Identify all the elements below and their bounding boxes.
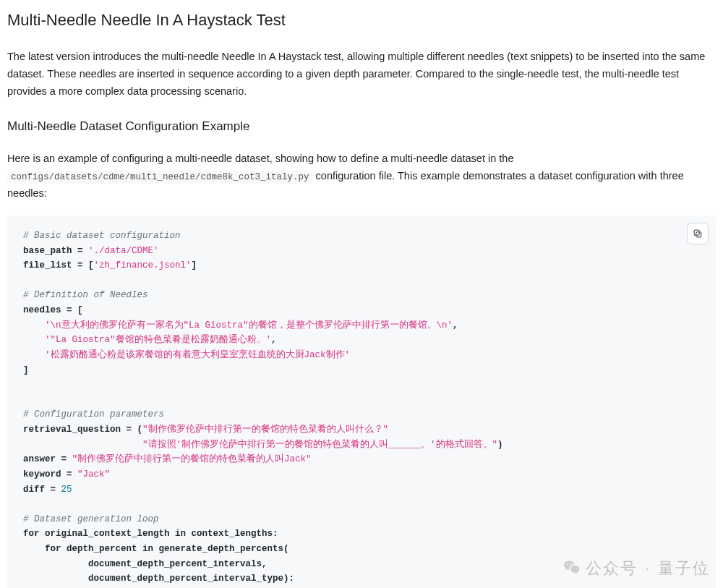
- copy-button[interactable]: [687, 223, 709, 244]
- page-title: Multi-Needle Needle In A Haystack Test: [7, 7, 716, 33]
- svg-rect-0: [696, 232, 701, 237]
- code-block: # Basic dataset configuration base_path …: [7, 216, 716, 588]
- svg-rect-1: [694, 230, 699, 235]
- copy-icon: [693, 229, 703, 239]
- intro-text-a: Here is an example of configuring a mult…: [7, 153, 513, 164]
- config-file-path: configs/datasets/cdme/multi_needle/cdme8…: [7, 171, 313, 184]
- intro-paragraph: The latest version introduces the multi-…: [7, 48, 716, 101]
- section-title: Multi-Needle Dataset Configuration Examp…: [7, 116, 716, 136]
- code-content: # Basic dataset configuration base_path …: [23, 229, 700, 588]
- config-intro: Here is an example of configuring a mult…: [7, 150, 716, 203]
